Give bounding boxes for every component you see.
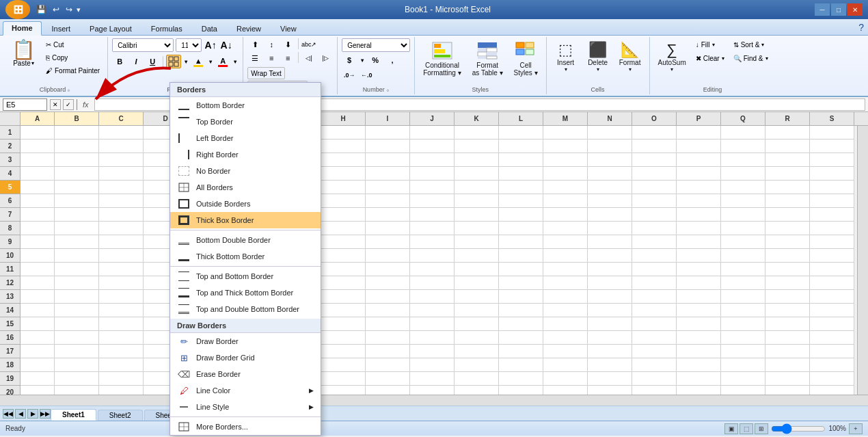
cell-M2[interactable] — [543, 140, 588, 153]
cell-N2[interactable] — [588, 140, 632, 153]
cell-Q20[interactable] — [721, 386, 765, 395]
col-header-a[interactable]: A — [21, 112, 55, 125]
cell-O6[interactable] — [632, 194, 677, 208]
cell-I11[interactable] — [366, 263, 410, 276]
cell-P9[interactable] — [677, 235, 721, 249]
cell-A5[interactable] — [21, 181, 55, 194]
cell-C9[interactable] — [99, 235, 144, 249]
percent-button[interactable]: % — [368, 53, 383, 67]
cell-N13[interactable] — [588, 290, 632, 304]
row-header-18[interactable]: 18 — [0, 358, 21, 372]
cell-K4[interactable] — [455, 167, 499, 181]
cell-C12[interactable] — [99, 276, 144, 290]
horizontal-scrollbar[interactable] — [0, 395, 868, 406]
cell-B9[interactable] — [55, 235, 99, 249]
cut-button[interactable]: ✂ Cut — [42, 38, 103, 51]
row-header-4[interactable]: 4 — [0, 167, 21, 181]
cell-N9[interactable] — [588, 235, 632, 249]
row-header-17[interactable]: 17 — [0, 345, 21, 358]
cell-H7[interactable] — [321, 208, 366, 222]
cell-M1[interactable] — [543, 126, 588, 140]
qat-undo[interactable]: ↩ — [51, 3, 62, 16]
cell-P17[interactable] — [677, 345, 721, 358]
currency-dropdown[interactable]: ▾ — [359, 53, 366, 67]
cell-O9[interactable] — [632, 235, 677, 249]
cell-L4[interactable] — [499, 167, 543, 181]
cell-S6[interactable] — [810, 194, 854, 208]
cell-H20[interactable] — [321, 386, 366, 395]
sheet-tab-1[interactable]: Sheet1 — [51, 409, 96, 421]
cell-B15[interactable] — [55, 317, 99, 331]
cell-K13[interactable] — [455, 290, 499, 304]
cell-A4[interactable] — [21, 167, 55, 181]
cell-J5[interactable] — [410, 181, 455, 194]
cell-H14[interactable] — [321, 304, 366, 317]
cell-K6[interactable] — [455, 194, 499, 208]
cell-J10[interactable] — [410, 249, 455, 263]
zoom-button[interactable]: + — [849, 423, 863, 434]
left-border-item[interactable]: Left Border — [170, 130, 321, 146]
cell-O11[interactable] — [632, 263, 677, 276]
cell-L2[interactable] — [499, 140, 543, 153]
all-borders-item[interactable]: All Borders — [170, 179, 321, 196]
align-top-button[interactable]: ⬆ — [247, 38, 262, 51]
cell-N14[interactable] — [588, 304, 632, 317]
col-header-h[interactable]: H — [321, 112, 366, 125]
cell-R6[interactable] — [765, 194, 810, 208]
cell-Q17[interactable] — [721, 345, 765, 358]
cell-N17[interactable] — [588, 345, 632, 358]
cell-I12[interactable] — [366, 276, 410, 290]
cell-C13[interactable] — [99, 290, 144, 304]
cell-B12[interactable] — [55, 276, 99, 290]
borders-button[interactable] — [166, 55, 181, 68]
col-header-k[interactable]: K — [455, 112, 499, 125]
cell-S20[interactable] — [810, 386, 854, 395]
fill-arrow[interactable]: ▾ — [712, 42, 715, 48]
cell-H5[interactable] — [321, 181, 366, 194]
underline-button[interactable]: U — [145, 55, 160, 68]
cell-P3[interactable] — [677, 153, 721, 167]
cell-C19[interactable] — [99, 372, 144, 386]
draw-border-grid-item[interactable]: ⊞ Draw Border Grid — [170, 349, 321, 366]
qat-save[interactable]: 💾 — [34, 3, 49, 16]
align-middle-button[interactable]: ↕ — [264, 38, 279, 51]
row-header-13[interactable]: 13 — [0, 290, 21, 304]
cell-M18[interactable] — [543, 358, 588, 372]
cell-B6[interactable] — [55, 194, 99, 208]
row-header-15[interactable]: 15 — [0, 317, 21, 331]
row-header-8[interactable]: 8 — [0, 222, 21, 235]
cell-J6[interactable] — [410, 194, 455, 208]
col-header-c[interactable]: C — [99, 112, 144, 125]
cell-S9[interactable] — [810, 235, 854, 249]
cell-R11[interactable] — [765, 263, 810, 276]
cell-I19[interactable] — [366, 372, 410, 386]
row-header-9[interactable]: 9 — [0, 235, 21, 249]
cell-A11[interactable] — [21, 263, 55, 276]
cell-S3[interactable] — [810, 153, 854, 167]
cell-O4[interactable] — [632, 167, 677, 181]
page-break-view-button[interactable]: ⊞ — [755, 423, 768, 434]
help-button[interactable]: ? — [858, 22, 864, 33]
cell-H10[interactable] — [321, 249, 366, 263]
cell-P2[interactable] — [677, 140, 721, 153]
enter-formula-button[interactable]: ✓ — [63, 99, 74, 110]
cell-S13[interactable] — [810, 290, 854, 304]
cell-N16[interactable] — [588, 331, 632, 345]
cell-K12[interactable] — [455, 276, 499, 290]
borders-dropdown-arrow[interactable]: ▾ — [182, 55, 189, 68]
cell-I15[interactable] — [366, 317, 410, 331]
cell-Q13[interactable] — [721, 290, 765, 304]
cell-P11[interactable] — [677, 263, 721, 276]
font-name-dropdown[interactable]: Calibri — [112, 38, 174, 52]
cell-P13[interactable] — [677, 290, 721, 304]
cell-N11[interactable] — [588, 263, 632, 276]
cell-S8[interactable] — [810, 222, 854, 235]
cell-P4[interactable] — [677, 167, 721, 181]
cell-K20[interactable] — [455, 386, 499, 395]
cell-S12[interactable] — [810, 276, 854, 290]
cell-M4[interactable] — [543, 167, 588, 181]
cell-R3[interactable] — [765, 153, 810, 167]
cell-O13[interactable] — [632, 290, 677, 304]
top-border-item[interactable]: Top Border — [170, 114, 321, 130]
sort-arrow[interactable]: ▾ — [761, 42, 764, 48]
